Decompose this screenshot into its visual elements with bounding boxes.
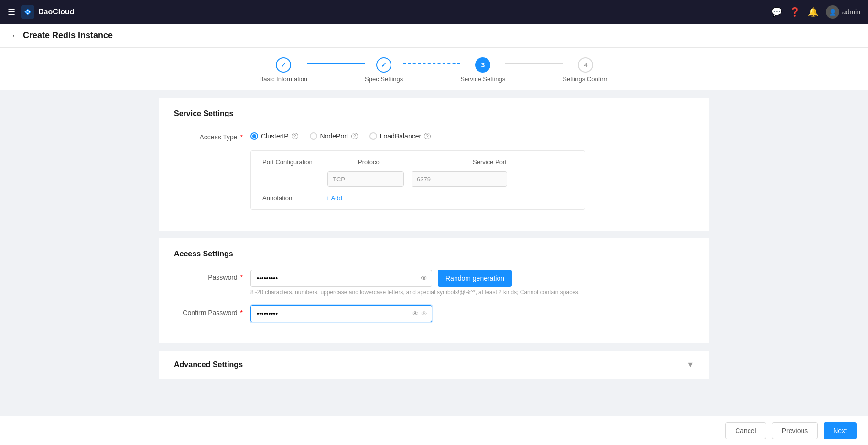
add-icon: + <box>326 194 329 201</box>
password-input-wrapper: 👁 <box>250 270 432 287</box>
access-type-label: Access Type * <box>174 129 250 141</box>
step-1: ✓ Basic Information <box>260 57 307 83</box>
port-config-row <box>262 171 573 187</box>
radio-clusterip-circle <box>250 132 258 140</box>
port-config-form-row: Port Configuration Protocol Service Port… <box>174 150 694 210</box>
message-icon[interactable]: 💬 <box>771 7 782 17</box>
hamburger-icon[interactable]: ☰ <box>8 7 15 17</box>
access-settings-title: Access Settings <box>174 250 694 258</box>
password-input-row: 👁 Random generation <box>250 270 580 287</box>
annotation-label: Annotation <box>262 194 320 201</box>
radio-loadbalancer[interactable]: LoadBalancer ? <box>369 132 431 140</box>
add-label: Add <box>331 194 342 201</box>
step-3: 3 Service Settings <box>460 57 505 83</box>
step-1-circle: ✓ <box>276 57 291 73</box>
step-1-label: Basic Information <box>260 75 307 83</box>
password-eye-icons: 👁 <box>421 275 427 282</box>
confirm-password-row: Confirm Password * 👁 👁 <box>174 305 694 322</box>
service-settings-section: Service Settings Access Type * ClusterIP… <box>159 98 709 231</box>
advanced-settings-header[interactable]: Advanced Settings ▼ <box>174 360 694 369</box>
password-label: Password * <box>174 270 250 281</box>
service-port-input[interactable] <box>412 171 507 187</box>
step-line-1-2 <box>307 63 365 64</box>
port-config-empty-label <box>174 150 250 154</box>
navbar: ☰ DaoCloud 💬 ❓ 🔔 👤 admin <box>0 0 868 24</box>
daocloud-logo-icon <box>21 5 34 19</box>
port-config-header: Port Configuration Protocol Service Port <box>262 159 573 166</box>
bell-icon[interactable]: 🔔 <box>808 7 818 17</box>
back-button[interactable]: ← <box>11 32 19 40</box>
port-config-col2: Protocol <box>358 159 434 166</box>
confirm-password-label: Confirm Password * <box>174 305 250 317</box>
footer: Cancel Previous Next <box>0 416 868 417</box>
step-line-3-4 <box>505 63 563 64</box>
stepper-container: ✓ Basic Information ✓ Spec Settings 3 Se… <box>0 48 868 90</box>
protocol-input[interactable] <box>327 171 404 187</box>
access-settings-section: Access Settings Password * 👁 Random gene… <box>159 238 709 343</box>
password-hint: 8~20 characters, numbers, uppercase and … <box>250 289 580 296</box>
password-input[interactable] <box>250 270 432 287</box>
port-config-box: Port Configuration Protocol Service Port… <box>250 150 585 210</box>
avatar: 👤 <box>826 5 839 19</box>
chevron-down-icon: ▼ <box>686 360 694 369</box>
required-mark-cpwd: * <box>240 309 243 317</box>
svg-point-1 <box>26 11 29 13</box>
service-settings-title: Service Settings <box>174 109 694 118</box>
app-name: DaoCloud <box>38 8 75 16</box>
add-annotation-button[interactable]: + Add <box>326 194 342 201</box>
advanced-settings-section: Advanced Settings ▼ <box>159 351 709 379</box>
annotation-row: Annotation + Add <box>262 194 573 201</box>
user-avatar-area[interactable]: 👤 admin <box>826 5 860 19</box>
step-3-circle: 3 <box>475 57 490 73</box>
main-content: Service Settings Access Type * ClusterIP… <box>147 98 721 417</box>
radio-clusterip[interactable]: ClusterIP ? <box>250 132 298 140</box>
confirm-eye-icon-2[interactable]: 👁 <box>421 310 427 318</box>
confirm-password-eye-icons: 👁 👁 <box>412 310 427 318</box>
step-2-circle: ✓ <box>376 57 391 73</box>
stepper: ✓ Basic Information ✓ Spec Settings 3 Se… <box>0 57 868 83</box>
confirm-eye-icon-1[interactable]: 👁 <box>412 310 419 318</box>
access-type-radio-group: ClusterIP ? NodePort ? LoadBalancer ? <box>250 129 431 140</box>
page-header: ← Create Redis Instance <box>0 24 868 48</box>
clusterip-help-icon[interactable]: ? <box>292 133 298 139</box>
step-line-2-3 <box>403 63 460 64</box>
step-4-circle: 4 <box>578 57 593 73</box>
step-2: ✓ Spec Settings <box>365 57 403 83</box>
confirm-password-input[interactable] <box>250 305 432 322</box>
navbar-left: ☰ DaoCloud <box>8 5 75 19</box>
navbar-logo: DaoCloud <box>21 5 75 19</box>
radio-nodeport-circle <box>310 132 317 140</box>
radio-loadbalancer-circle <box>369 132 377 140</box>
port-config-col1: Port Configuration <box>262 159 320 166</box>
help-icon[interactable]: ❓ <box>790 7 800 17</box>
password-field-wrapper: 👁 Random generation 8~20 characters, num… <box>250 270 580 296</box>
eye-icon[interactable]: 👁 <box>421 275 427 282</box>
required-mark-pwd: * <box>240 274 243 281</box>
step-3-label: Service Settings <box>460 75 505 83</box>
password-row: Password * 👁 Random generation 8~20 char… <box>174 270 694 296</box>
radio-nodeport-label: NodePort <box>320 132 348 140</box>
navbar-right: 💬 ❓ 🔔 👤 admin <box>771 5 860 19</box>
step-4-label: Settings Confirm <box>563 75 608 83</box>
radio-loadbalancer-label: LoadBalancer <box>380 132 421 140</box>
step-2-label: Spec Settings <box>365 75 403 83</box>
required-mark: * <box>240 133 243 141</box>
loadbalancer-help-icon[interactable]: ? <box>424 133 431 139</box>
port-config-col3: Service Port <box>473 159 507 166</box>
confirm-password-input-wrapper: 👁 👁 <box>250 305 432 322</box>
nodeport-help-icon[interactable]: ? <box>351 133 358 139</box>
page-title: Create Redis Instance <box>23 31 113 41</box>
advanced-settings-title: Advanced Settings <box>174 360 243 369</box>
radio-nodeport[interactable]: NodePort ? <box>310 132 358 140</box>
random-generation-button[interactable]: Random generation <box>438 270 512 287</box>
access-type-row: Access Type * ClusterIP ? NodePort ? <box>174 129 694 141</box>
step-4: 4 Settings Confirm <box>563 57 608 83</box>
radio-clusterip-label: ClusterIP <box>261 132 289 140</box>
username-label: admin <box>842 8 860 16</box>
